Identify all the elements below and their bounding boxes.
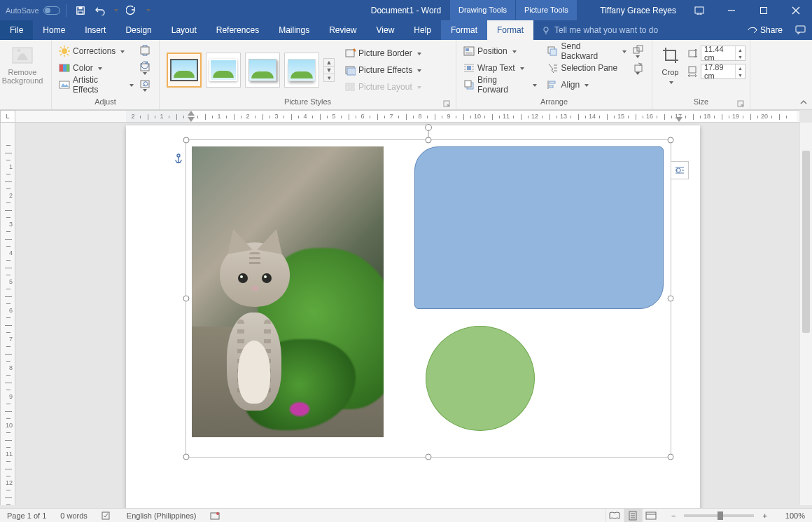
gallery-scroll[interactable]: ▲▼▾ bbox=[323, 58, 335, 82]
resize-handle-nw[interactable] bbox=[183, 137, 190, 144]
svg-rect-70 bbox=[646, 512, 656, 519]
height-input[interactable]: 11.44 cm▲▼ bbox=[701, 46, 746, 61]
resize-handle-s[interactable] bbox=[426, 454, 432, 460]
bring-forward-button[interactable]: Bring Forward bbox=[461, 76, 540, 93]
tab-home[interactable]: Home bbox=[33, 20, 75, 40]
align-button[interactable]: Align bbox=[544, 76, 629, 93]
resize-handle-e[interactable] bbox=[668, 296, 674, 302]
reset-picture-icon[interactable] bbox=[139, 78, 155, 93]
svg-point-8 bbox=[544, 27, 548, 32]
comments-icon[interactable] bbox=[790, 20, 812, 40]
undo-dropdown[interactable] bbox=[111, 2, 120, 19]
remove-background-button[interactable]: Remove Background bbox=[4, 43, 41, 97]
corrections-button[interactable]: Corrections bbox=[56, 43, 136, 60]
word-count[interactable]: 0 words bbox=[53, 509, 94, 522]
close-icon[interactable] bbox=[780, 0, 812, 20]
rotate-objects-icon[interactable] bbox=[632, 61, 648, 76]
tab-insert[interactable]: Insert bbox=[75, 20, 115, 40]
picture-border-icon bbox=[344, 48, 356, 59]
picture-styles-launcher-icon[interactable] bbox=[443, 100, 451, 109]
autosave-switch[interactable] bbox=[43, 6, 60, 15]
undo-icon[interactable] bbox=[92, 2, 108, 19]
print-layout-icon[interactable] bbox=[624, 509, 642, 522]
share-button[interactable]: Share bbox=[741, 20, 790, 40]
tab-help[interactable]: Help bbox=[404, 20, 441, 40]
language[interactable]: English (Philippines) bbox=[120, 509, 204, 522]
vertical-ruler[interactable]: 1234567891011121314 bbox=[0, 123, 15, 505]
drawing-tools-tab-header[interactable]: Drawing Tools bbox=[450, 0, 515, 20]
save-icon[interactable] bbox=[72, 2, 89, 19]
group-objects-icon[interactable] bbox=[632, 44, 648, 60]
picture-border-button[interactable]: Picture Border bbox=[342, 45, 424, 62]
tab-mailings[interactable]: Mailings bbox=[269, 20, 319, 40]
tab-review[interactable]: Review bbox=[319, 20, 366, 40]
page-count[interactable]: Page 1 of 1 bbox=[0, 509, 53, 522]
rotate-handle[interactable] bbox=[425, 124, 432, 131]
artistic-effects-button[interactable]: Artistic Effects bbox=[56, 76, 136, 93]
color-button[interactable]: Color bbox=[56, 60, 136, 76]
selection-pane-button[interactable]: Selection Pane bbox=[544, 60, 629, 76]
minimize-icon[interactable] bbox=[715, 0, 748, 20]
collapse-ribbon-icon[interactable] bbox=[798, 97, 809, 108]
picture-effects-icon bbox=[344, 64, 356, 76]
width-input[interactable]: 17.89 cm▲▼ bbox=[701, 64, 746, 79]
resize-handle-sw[interactable] bbox=[183, 454, 190, 460]
ribbon-display-options-icon[interactable] bbox=[683, 0, 715, 20]
user-name[interactable]: Tiffany Grace Reyes bbox=[593, 6, 683, 15]
width-icon bbox=[687, 65, 698, 78]
spellcheck-icon[interactable] bbox=[94, 509, 120, 522]
style-thumb-3[interactable] bbox=[167, 53, 202, 88]
vertical-scrollbar[interactable] bbox=[799, 123, 812, 505]
tab-design[interactable]: Design bbox=[115, 20, 161, 40]
read-mode-icon[interactable] bbox=[606, 509, 624, 522]
compress-pictures-icon[interactable] bbox=[139, 44, 155, 60]
web-layout-icon[interactable] bbox=[642, 509, 660, 522]
picture-styles-gallery[interactable]: ▲▼▾ bbox=[164, 50, 337, 90]
tab-drawing-format[interactable]: Format bbox=[441, 20, 487, 40]
document-page[interactable] bbox=[126, 125, 700, 522]
resize-handle-ne[interactable] bbox=[668, 137, 674, 144]
tab-layout[interactable]: Layout bbox=[162, 20, 206, 40]
zoom-out-icon[interactable]: − bbox=[667, 511, 680, 520]
layout-options-icon[interactable] bbox=[671, 161, 689, 179]
size-launcher-icon[interactable] bbox=[737, 100, 746, 109]
ribbon-tabs: File Home Insert Design Layout Reference… bbox=[0, 20, 812, 40]
send-backward-button[interactable]: Send Backward bbox=[544, 43, 629, 60]
style-thumb-5[interactable] bbox=[284, 53, 319, 88]
tab-references[interactable]: References bbox=[206, 20, 269, 40]
tab-file[interactable]: File bbox=[0, 20, 33, 40]
tab-picture-format[interactable]: Format bbox=[487, 20, 533, 40]
svg-rect-9 bbox=[796, 26, 805, 32]
resize-handle-se[interactable] bbox=[668, 454, 674, 460]
size-group-label: Size bbox=[657, 97, 746, 109]
zoom-level[interactable]: 100% bbox=[778, 509, 812, 522]
crop-button[interactable]: Crop bbox=[657, 43, 684, 97]
style-thumb-2[interactable] bbox=[206, 53, 241, 88]
zoom-in-icon[interactable]: + bbox=[758, 511, 771, 520]
tab-view[interactable]: View bbox=[367, 20, 405, 40]
position-button[interactable]: Position bbox=[461, 43, 540, 60]
tell-me-placeholder: Tell me what you want to do bbox=[554, 25, 658, 35]
qat-customize[interactable] bbox=[142, 2, 153, 19]
resize-handle-w[interactable] bbox=[183, 296, 190, 302]
svg-rect-23 bbox=[63, 64, 66, 71]
picture-tools-tab-header[interactable]: Picture Tools bbox=[516, 0, 577, 20]
selection-frame[interactable] bbox=[186, 139, 671, 458]
change-picture-icon[interactable] bbox=[139, 61, 155, 76]
redo-icon[interactable] bbox=[122, 2, 139, 19]
tell-me-search[interactable]: Tell me what you want to do bbox=[533, 20, 741, 40]
svg-rect-22 bbox=[59, 64, 63, 71]
svg-line-20 bbox=[60, 54, 62, 55]
style-thumb-4[interactable] bbox=[245, 53, 280, 88]
picture-effects-button[interactable]: Picture Effects bbox=[342, 62, 424, 78]
wrap-text-button[interactable]: Wrap Text bbox=[461, 60, 540, 76]
zoom-slider[interactable] bbox=[684, 514, 754, 517]
tab-selector[interactable]: L bbox=[0, 110, 15, 123]
maximize-icon[interactable] bbox=[748, 0, 780, 20]
resize-handle-n[interactable] bbox=[426, 137, 432, 144]
macro-recording-icon[interactable] bbox=[203, 509, 227, 522]
svg-point-11 bbox=[18, 49, 20, 52]
color-icon bbox=[59, 62, 70, 74]
autosave-toggle[interactable]: AutoSave bbox=[6, 6, 60, 15]
horizontal-ruler[interactable]: 211234567891011121314151617181920 bbox=[15, 110, 799, 123]
